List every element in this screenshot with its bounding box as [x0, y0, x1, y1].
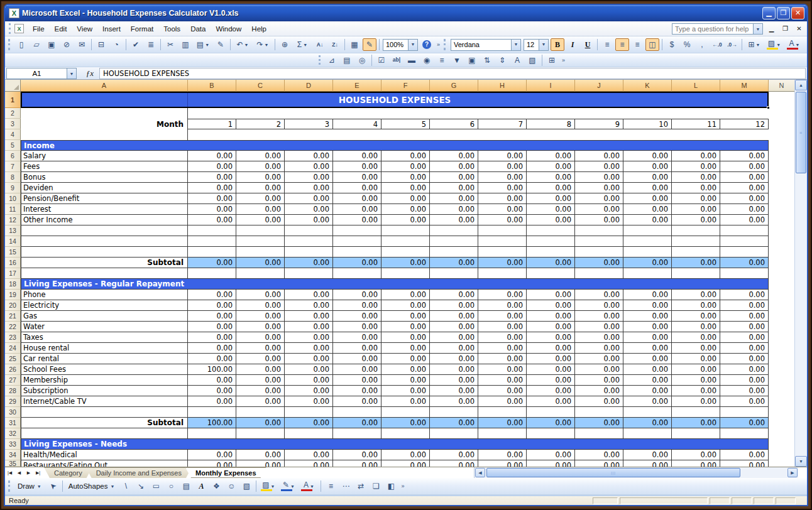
- row-header-28[interactable]: 28: [5, 386, 21, 396]
- cell-C32[interactable]: [236, 428, 285, 439]
- cell-I30[interactable]: [527, 407, 575, 418]
- cell-E25[interactable]: 0.00: [333, 354, 381, 364]
- font-size-dropdown-icon[interactable]: ▼: [539, 40, 548, 50]
- cell-E34[interactable]: 0.00: [333, 450, 381, 460]
- cell-D30[interactable]: [285, 407, 333, 418]
- select-objects-icon[interactable]: ➤: [46, 480, 60, 492]
- cell-B19[interactable]: 0.00: [188, 290, 236, 300]
- cell-K19[interactable]: 0.00: [623, 290, 672, 300]
- cell-H29[interactable]: 0.00: [478, 396, 527, 407]
- cell-B12[interactable]: 0.00: [188, 215, 236, 225]
- cell-D34[interactable]: 0.00: [285, 450, 333, 460]
- cell-I24[interactable]: 0.00: [527, 343, 575, 354]
- cell-B27[interactable]: 0.00: [188, 375, 236, 386]
- scroll-right-icon[interactable]: ▶: [787, 468, 798, 477]
- cell-B30[interactable]: [188, 407, 236, 418]
- cell-K29[interactable]: 0.00: [623, 396, 672, 407]
- cell-C22[interactable]: 0.00: [236, 322, 285, 332]
- oval-icon[interactable]: ○: [164, 480, 178, 492]
- cell-F6[interactable]: 0.00: [381, 151, 430, 161]
- cell-A35[interactable]: Restaurants/Eating Out: [21, 460, 188, 467]
- more-controls-icon[interactable]: ⊞: [545, 54, 559, 67]
- cell-M16[interactable]: 0.00: [720, 258, 769, 268]
- cell-E19[interactable]: 0.00: [333, 290, 381, 300]
- cell-C8[interactable]: 0.00: [236, 172, 285, 183]
- row-header-15[interactable]: 15: [5, 247, 21, 258]
- cell-M34[interactable]: 0.00: [720, 450, 769, 460]
- cell-K20[interactable]: 0.00: [623, 300, 672, 311]
- spin-button-icon[interactable]: ⇅: [480, 54, 494, 67]
- cell-A7[interactable]: Fees: [21, 161, 188, 172]
- menu-view[interactable]: View: [72, 23, 97, 35]
- print-preview-icon[interactable]: ◔: [109, 38, 123, 51]
- line-color-icon[interactable]: ✎▼: [279, 480, 298, 492]
- cell-B29[interactable]: 0.00: [188, 396, 236, 407]
- menu-help[interactable]: Help: [246, 23, 272, 35]
- paste-icon[interactable]: ▤▼: [194, 38, 212, 51]
- cell-K30[interactable]: [623, 407, 672, 418]
- cell-J9[interactable]: 0.00: [575, 183, 623, 193]
- cell-L26[interactable]: 0.00: [672, 364, 720, 375]
- permission-icon[interactable]: ⊘: [60, 38, 74, 51]
- cell-M6[interactable]: 0.00: [720, 151, 769, 161]
- cell-D8[interactable]: 0.00: [285, 172, 333, 183]
- cell-F19[interactable]: 0.00: [381, 290, 430, 300]
- cell-J13[interactable]: [575, 225, 623, 236]
- option-button-icon[interactable]: ◉: [420, 54, 434, 67]
- email-icon[interactable]: ✉: [75, 38, 89, 51]
- workbook-icon[interactable]: X: [14, 24, 24, 33]
- cell-F28[interactable]: 0.00: [381, 386, 430, 396]
- cell-I12[interactable]: 0.00: [527, 215, 575, 225]
- horizontal-scroll-thumb[interactable]: |||: [486, 468, 740, 477]
- cell-I25[interactable]: 0.00: [527, 354, 575, 364]
- cell-D7[interactable]: 0.00: [285, 161, 333, 172]
- cell-C6[interactable]: 0.00: [236, 151, 285, 161]
- cell-K6[interactable]: 0.00: [623, 151, 672, 161]
- cell-L7[interactable]: 0.00: [672, 161, 720, 172]
- italic-icon[interactable]: I: [566, 38, 579, 51]
- cell-G28[interactable]: 0.00: [430, 386, 478, 396]
- cell-M31[interactable]: 0.00: [720, 418, 769, 428]
- cell-D27[interactable]: 0.00: [285, 375, 333, 386]
- text-box-icon[interactable]: ab|: [390, 54, 403, 67]
- cell-A27[interactable]: Membership: [21, 375, 188, 386]
- cell-K23[interactable]: 0.00: [623, 332, 672, 343]
- row-header-14[interactable]: 14: [5, 236, 21, 247]
- next-sheet-button[interactable]: ▶: [24, 467, 33, 478]
- cell-M13[interactable]: [720, 225, 769, 236]
- cell-G25[interactable]: 0.00: [430, 354, 478, 364]
- cell-C16[interactable]: 0.00: [236, 258, 285, 268]
- cell-L11[interactable]: 0.00: [672, 204, 720, 215]
- insert-function-icon[interactable]: ƒx: [82, 68, 98, 79]
- align-center-icon[interactable]: ≡: [615, 38, 629, 51]
- cell-M28[interactable]: 0.00: [720, 386, 769, 396]
- col-header-A[interactable]: A: [21, 80, 188, 92]
- row-header-5[interactable]: 5: [5, 140, 21, 151]
- cell-D16[interactable]: 0.00: [285, 258, 333, 268]
- cell-F17[interactable]: [381, 268, 430, 279]
- cell-I27[interactable]: 0.00: [527, 375, 575, 386]
- row-header-18[interactable]: 18: [5, 279, 21, 290]
- cell-M24[interactable]: 0.00: [720, 343, 769, 354]
- cell-K9[interactable]: 0.00: [623, 183, 672, 193]
- label-icon[interactable]: A: [510, 54, 524, 67]
- cell-L16[interactable]: 0.00: [672, 258, 720, 268]
- cell-G34[interactable]: 0.00: [430, 450, 478, 460]
- chart-wizard-icon[interactable]: ▦: [348, 38, 361, 51]
- cell-C15[interactable]: [236, 247, 285, 258]
- cell-H31[interactable]: 0.00: [478, 418, 527, 428]
- cell-C12[interactable]: 0.00: [236, 215, 285, 225]
- cell-B8[interactable]: 0.00: [188, 172, 236, 183]
- cell-A28[interactable]: Subscription: [21, 386, 188, 396]
- row-header-21[interactable]: 21: [5, 311, 21, 322]
- cell-G20[interactable]: 0.00: [430, 300, 478, 311]
- cell-B15[interactable]: [188, 247, 236, 258]
- cell-D25[interactable]: 0.00: [285, 354, 333, 364]
- cell-L32[interactable]: [672, 428, 720, 439]
- cell-K31[interactable]: 0.00: [623, 418, 672, 428]
- cell-F15[interactable]: [381, 247, 430, 258]
- cell-F13[interactable]: [381, 225, 430, 236]
- cell-K8[interactable]: 0.00: [623, 172, 672, 183]
- cell-L13[interactable]: [672, 225, 720, 236]
- toolbar-options-icon[interactable]: »: [804, 38, 808, 51]
